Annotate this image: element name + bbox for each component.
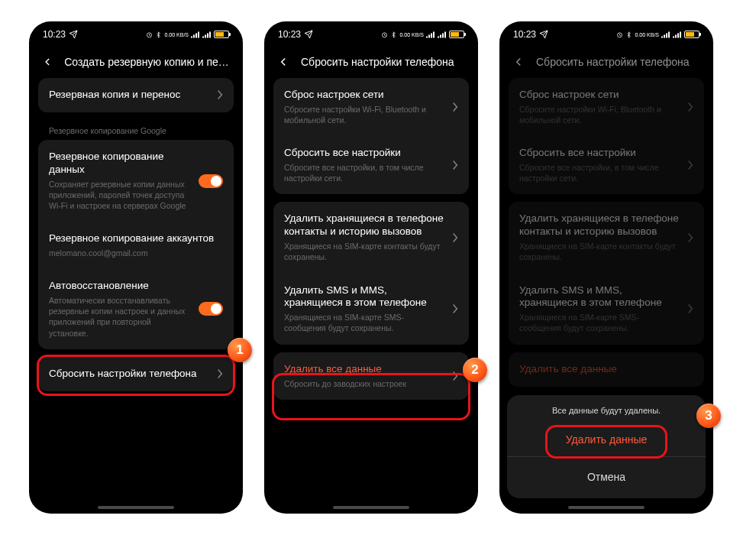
row-label: Удалить все данные: [284, 363, 444, 376]
row-sublabel: Хранящиеся на SIM-карте SMS-сообщения бу…: [519, 312, 680, 333]
row-autorestore[interactable]: Автовосстановление Автоматически восстан…: [38, 269, 234, 349]
row-label: Удалить хранящиеся в телефоне контакты и…: [519, 212, 680, 238]
chevron-right-icon: [687, 160, 693, 170]
status-bar: 10:23 0.00 KB/S: [29, 21, 243, 47]
svg-rect-26: [680, 31, 681, 37]
screen-header: Сбросить настройки телефона: [499, 47, 713, 78]
row-label: Резервное копирование аккаунтов: [49, 232, 223, 245]
status-bar: 10:23 0.00 KB/S: [264, 21, 478, 47]
row-reset-all[interactable]: Сбросить все настройки Сбросите все наст…: [509, 136, 704, 194]
row-erase-all[interactable]: Удалить все данные: [509, 352, 704, 387]
home-indicator[interactable]: [333, 506, 409, 509]
sheet-message: Все данные будут удалены.: [507, 406, 706, 423]
row-label: Резервное копирование данных: [49, 151, 191, 177]
row-sublabel: Сбросите все настройки, в том числе наст…: [519, 162, 680, 183]
svg-rect-25: [677, 33, 679, 37]
alarm-icon: [616, 31, 623, 38]
status-speed: 0.00 KB/S: [164, 32, 189, 37]
row-reset-all[interactable]: Сбросить все настройки Сбросите все наст…: [273, 136, 469, 194]
telegram-icon: [304, 30, 313, 39]
svg-rect-5: [202, 36, 204, 37]
status-time: 10:23: [43, 29, 66, 40]
bt-icon: [625, 31, 632, 38]
svg-rect-19: [661, 36, 663, 37]
svg-rect-10: [426, 36, 428, 37]
row-label: Удалить SMS и MMS, хранящиеся в этом тел…: [519, 284, 680, 310]
signal-icon: [202, 31, 212, 38]
chevron-right-icon: [687, 232, 693, 243]
chevron-right-icon: [217, 89, 223, 100]
bt-icon: [155, 31, 162, 38]
back-icon[interactable]: [41, 55, 53, 69]
row-backup-transfer[interactable]: Резервная копия и перенос: [38, 78, 234, 112]
row-label: Автовосстановление: [49, 280, 191, 293]
signal-icon: [191, 31, 200, 38]
screen-header: Создать резервную копию и перезаг..: [29, 47, 243, 78]
row-sublabel: Хранящиеся на SIM-карте контакты будут с…: [519, 241, 680, 262]
cancel-button[interactable]: Отмена: [507, 460, 706, 494]
svg-rect-12: [431, 33, 432, 37]
confirm-erase-button[interactable]: Удалить данные: [507, 423, 706, 457]
signal-icon: [661, 31, 670, 38]
toggle-data-backup[interactable]: [199, 174, 223, 188]
status-speed: 0.00 KB/S: [635, 32, 659, 37]
home-indicator[interactable]: [98, 506, 174, 509]
svg-rect-6: [205, 34, 206, 37]
alarm-icon: [381, 31, 388, 38]
phone-screen-3: 10:23 0.00 KB/S Сбросить настройки телеф…: [499, 21, 713, 514]
row-data-backup[interactable]: Резервное копирование данных Сохраняет р…: [38, 140, 234, 222]
page-title: Создать резервную копию и перезаг..: [64, 56, 231, 68]
toggle-autorestore[interactable]: [199, 302, 223, 316]
row-label: Сброс настроек сети: [284, 89, 444, 102]
svg-rect-23: [673, 36, 674, 37]
telegram-icon: [539, 30, 548, 39]
svg-rect-7: [207, 33, 208, 37]
chevron-right-icon: [452, 303, 458, 314]
chevron-right-icon: [452, 160, 458, 170]
alarm-icon: [146, 31, 153, 38]
row-reset-phone[interactable]: Сбросить настройки телефона: [38, 357, 234, 391]
row-account-backup[interactable]: Резервное копирование аккаунтов melomano…: [38, 222, 234, 269]
row-erase-contacts[interactable]: Удалить хранящиеся в телефоне контакты и…: [273, 202, 469, 273]
row-label: Удалить все данные: [519, 363, 693, 376]
chevron-right-icon: [217, 368, 223, 379]
row-sublabel: Сбросите все настройки, в том числе наст…: [284, 162, 444, 183]
chevron-right-icon: [452, 371, 458, 381]
row-label: Удалить SMS и MMS, хранящиеся в этом тел…: [284, 284, 444, 310]
chevron-right-icon: [452, 232, 458, 243]
chevron-right-icon: [687, 303, 693, 314]
row-sublabel: Сбросить до заводских настроек: [284, 378, 444, 389]
bt-icon: [390, 31, 397, 38]
row-sublabel: Сбросите настройки Wi-Fi, Bluetooth и мо…: [284, 104, 444, 125]
row-erase-contacts[interactable]: Удалить хранящиеся в телефоне контакты и…: [509, 202, 704, 273]
chevron-right-icon: [452, 102, 458, 112]
svg-rect-22: [668, 31, 670, 37]
row-erase-sms[interactable]: Удалить SMS и MMS, хранящиеся в этом тел…: [509, 274, 704, 345]
row-sublabel: Автоматически восстанавливать резервные …: [49, 295, 191, 339]
row-erase-all[interactable]: Удалить все данные Сбросить до заводских…: [273, 352, 469, 400]
signal-icon: [673, 31, 682, 38]
row-erase-sms[interactable]: Удалить SMS и MMS, хранящиеся в этом тел…: [273, 274, 469, 345]
back-icon[interactable]: [512, 55, 525, 69]
svg-rect-14: [438, 36, 439, 37]
row-label: Резервная копия и перенос: [49, 89, 209, 102]
settings-list: Сброс настроек сети Сбросите настройки W…: [264, 78, 478, 400]
back-icon[interactable]: [276, 55, 290, 69]
signal-icon: [438, 31, 447, 38]
section-label: Резервное копирование Google: [38, 120, 234, 140]
screen-header: Сбросить настройки телефона: [264, 47, 478, 78]
row-reset-network[interactable]: Сброс настроек сети Сбросите настройки W…: [273, 78, 469, 136]
home-indicator[interactable]: [568, 506, 645, 509]
row-reset-network[interactable]: Сброс настроек сети Сбросите настройки W…: [509, 78, 704, 136]
svg-rect-21: [666, 33, 667, 37]
row-label: Сброс настроек сети: [519, 89, 680, 102]
battery-icon: [214, 31, 229, 38]
settings-list: Резервная копия и перенос Резервное копи…: [29, 78, 243, 391]
svg-rect-8: [209, 31, 211, 37]
svg-rect-1: [191, 36, 192, 37]
page-title: Сбросить настройки телефона: [301, 56, 454, 68]
row-sublabel: melomano.cool@gmail.com: [49, 248, 223, 258]
status-bar: 10:23 0.00 KB/S: [499, 21, 713, 47]
settings-list: Сброс настроек сети Сбросите настройки W…: [499, 78, 713, 387]
battery-icon: [449, 31, 464, 38]
